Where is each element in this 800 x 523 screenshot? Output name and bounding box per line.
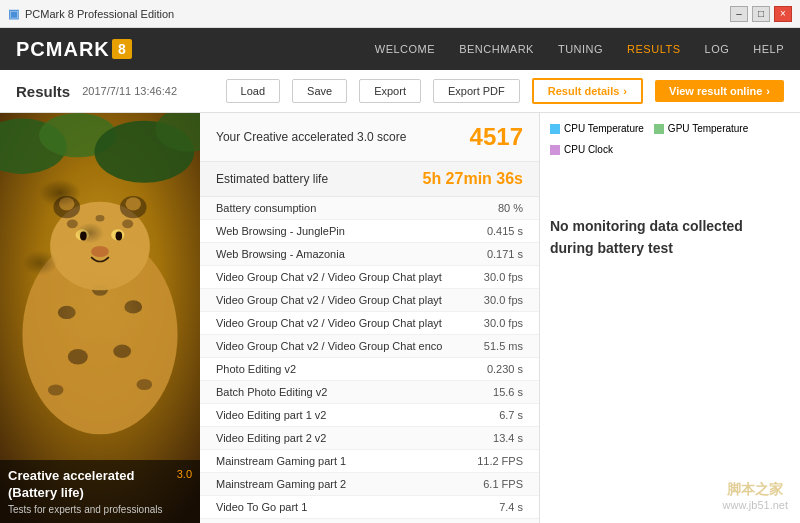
left-panel: 3.0 Creative accelerated (Battery life) …: [0, 113, 200, 523]
table-row: Batch Photo Editing v215.6 s: [200, 381, 539, 404]
svg-point-17: [116, 232, 123, 241]
window-controls[interactable]: – □ ×: [730, 6, 792, 22]
svg-point-19: [53, 196, 80, 218]
battery-label: Estimated battery life: [216, 172, 328, 186]
app-icon: ▣: [8, 7, 19, 21]
main-body: 3.0 Creative accelerated (Battery life) …: [0, 113, 800, 523]
nav-log[interactable]: LOG: [705, 43, 730, 55]
minimize-button[interactable]: –: [730, 6, 748, 22]
legend-item: GPU Temperature: [654, 123, 748, 134]
battery-value: 5h 27min 36s: [423, 170, 524, 188]
test-label: 3.0 Creative accelerated (Battery life) …: [0, 460, 200, 523]
close-button[interactable]: ×: [774, 6, 792, 22]
table-row: Video Editing part 2 v213.4 s: [200, 427, 539, 450]
view-online-button[interactable]: View result online ›: [655, 80, 784, 102]
svg-point-3: [94, 121, 194, 183]
svg-point-20: [120, 196, 147, 218]
table-row: Battery consumption80 %: [200, 197, 539, 220]
export-pdf-button[interactable]: Export PDF: [433, 79, 520, 103]
svg-point-16: [80, 232, 87, 241]
svg-point-4: [155, 113, 200, 152]
table-row: Video Group Chat v2 / Video Group Chat p…: [200, 289, 539, 312]
svg-point-21: [59, 197, 75, 210]
test-name: Creative accelerated (Battery life): [8, 468, 192, 502]
svg-point-7: [92, 285, 108, 296]
export-button[interactable]: Export: [359, 79, 421, 103]
nav-welcome[interactable]: WELCOME: [375, 43, 435, 55]
svg-point-22: [125, 197, 141, 210]
save-button[interactable]: Save: [292, 79, 347, 103]
no-data-message: No monitoring data collected during batt…: [550, 215, 790, 260]
table-row: Video Group Chat v2 / Video Group Chat p…: [200, 266, 539, 289]
logo: PCMARK 8: [16, 38, 132, 61]
svg-point-15: [111, 229, 124, 240]
nav-links: WELCOME BENCHMARK TUNING RESULTS LOG HEL…: [375, 43, 784, 55]
svg-point-23: [67, 219, 78, 228]
svg-point-6: [58, 306, 76, 319]
title-bar: ▣ PCMark 8 Professional Edition – □ ×: [0, 0, 800, 28]
svg-point-13: [50, 202, 150, 291]
table-row: Web Browsing - Amazonia0.171 s: [200, 243, 539, 266]
svg-point-12: [137, 379, 153, 390]
score-row: Your Creative accelerated 3.0 score 4517: [200, 113, 539, 162]
center-panel: Your Creative accelerated 3.0 score 4517…: [200, 113, 540, 523]
table-row: Mainstream Gaming part 26.1 FPS: [200, 473, 539, 496]
content-area: Results 2017/7/11 13:46:42 Load Save Exp…: [0, 70, 800, 523]
svg-point-5: [22, 235, 177, 434]
table-row: Web Browsing - JunglePin0.415 s: [200, 220, 539, 243]
results-header: Results 2017/7/11 13:46:42 Load Save Exp…: [0, 70, 800, 113]
load-button[interactable]: Load: [226, 79, 280, 103]
logo-text: PCMARK: [16, 38, 110, 61]
watermark-line1: 脚本之家: [723, 481, 788, 499]
legend-item: CPU Temperature: [550, 123, 644, 134]
svg-point-1: [0, 119, 67, 174]
top-navigation: PCMARK 8 WELCOME BENCHMARK TUNING RESULT…: [0, 28, 800, 70]
chart-legend: CPU TemperatureGPU TemperatureCPU Clock: [550, 123, 790, 155]
test-version: 3.0: [177, 468, 192, 480]
table-row: Mainstream Gaming part 111.2 FPS: [200, 450, 539, 473]
svg-rect-0: [0, 113, 200, 523]
table-row: Video Editing part 1 v26.7 s: [200, 404, 539, 427]
maximize-button[interactable]: □: [752, 6, 770, 22]
results-title: Results: [16, 83, 70, 100]
svg-point-11: [48, 384, 64, 395]
result-details-button[interactable]: Result details ›: [532, 78, 643, 104]
score-label: Your Creative accelerated 3.0 score: [216, 130, 406, 144]
logo-version: 8: [112, 39, 132, 59]
data-table: Battery consumption80 %Web Browsing - Ju…: [200, 197, 539, 523]
nav-results[interactable]: RESULTS: [627, 43, 680, 55]
svg-point-2: [39, 113, 117, 157]
table-row: Video To Go part 17.4 s: [200, 496, 539, 519]
svg-point-25: [96, 215, 105, 222]
table-row: Video To Go part 28.9 s: [200, 519, 539, 523]
nav-benchmark[interactable]: BENCHMARK: [459, 43, 534, 55]
svg-point-8: [124, 300, 142, 313]
svg-point-18: [91, 246, 109, 257]
battery-row: Estimated battery life 5h 27min 36s: [200, 162, 539, 197]
svg-point-9: [68, 349, 88, 365]
svg-point-10: [113, 345, 131, 358]
table-row: Video Group Chat v2 / Video Group Chat e…: [200, 335, 539, 358]
test-desc: Tests for experts and professionals: [8, 504, 192, 515]
app-title: PCMark 8 Professional Edition: [25, 8, 174, 20]
nav-tuning[interactable]: TUNING: [558, 43, 603, 55]
results-date: 2017/7/11 13:46:42: [82, 85, 177, 97]
svg-point-14: [76, 229, 89, 240]
watermark-line2: www.jb51.net: [723, 499, 788, 511]
svg-point-24: [122, 219, 133, 228]
score-value: 4517: [470, 123, 523, 151]
legend-item: CPU Clock: [550, 144, 613, 155]
table-row: Photo Editing v20.230 s: [200, 358, 539, 381]
nav-help[interactable]: HELP: [753, 43, 784, 55]
test-image: 3.0 Creative accelerated (Battery life) …: [0, 113, 200, 523]
table-row: Video Group Chat v2 / Video Group Chat p…: [200, 312, 539, 335]
right-panel: CPU TemperatureGPU TemperatureCPU Clock …: [540, 113, 800, 523]
